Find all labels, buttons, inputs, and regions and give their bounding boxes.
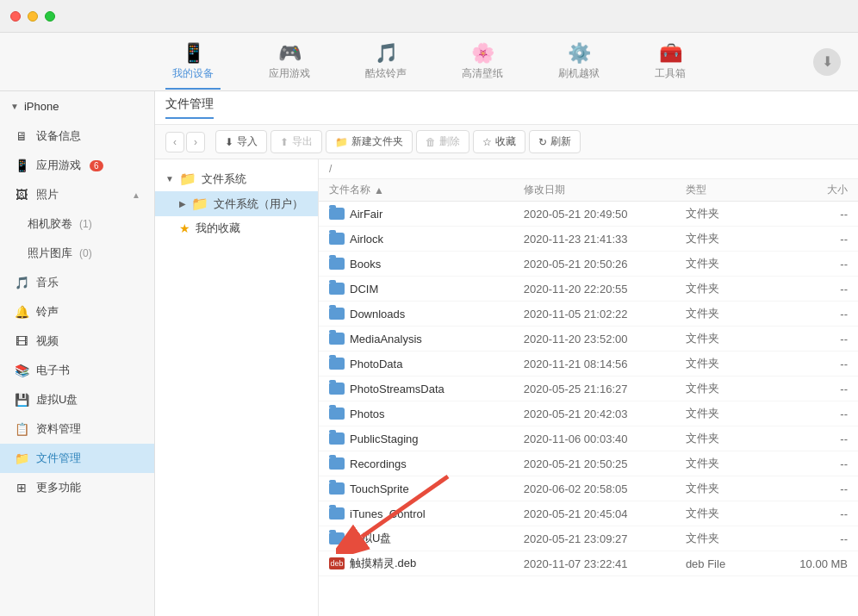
file-type-cell: 文件夹 bbox=[686, 456, 783, 471]
table-row[interactable]: MediaAnalysis 2020-11-20 23:52:00 文件夹 -- bbox=[319, 327, 858, 352]
file-name-cell: PublicStaging bbox=[329, 432, 524, 445]
forward-button[interactable]: › bbox=[186, 132, 205, 152]
file-name-text: Photos bbox=[350, 408, 384, 420]
refresh-button[interactable]: ↻ 刷新 bbox=[529, 130, 581, 153]
delete-icon: 🗑 bbox=[426, 136, 436, 148]
nav-arrows: ‹ › bbox=[165, 132, 205, 152]
folder-icon bbox=[329, 507, 345, 520]
sidebar-item-data-mgr[interactable]: 📋 资料管理 bbox=[0, 414, 154, 444]
table-row[interactable]: Downloads 2020-11-05 21:02:22 文件夹 -- bbox=[319, 302, 858, 327]
filesystem-label: 文件系统 bbox=[202, 171, 246, 187]
maximize-button[interactable] bbox=[45, 11, 55, 22]
minimize-button[interactable] bbox=[28, 11, 38, 22]
sidebar-item-photo-library[interactable]: 照片图库 (0) bbox=[0, 239, 154, 268]
close-button[interactable] bbox=[10, 11, 21, 22]
file-type-cell: 文件夹 bbox=[686, 306, 783, 321]
refresh-icon: ↻ bbox=[538, 136, 547, 148]
file-name-text: iTunes_Control bbox=[350, 507, 426, 520]
file-name-text: 虚拟U盘 bbox=[350, 531, 391, 546]
table-row[interactable]: PhotoStreamsData 2020-05-25 21:16:27 文件夹… bbox=[319, 376, 858, 401]
device-header: ▼ iPhone bbox=[0, 91, 154, 121]
sidebar-item-ringtones[interactable]: 🔔 铃声 bbox=[0, 297, 154, 327]
file-name-cell: 虚拟U盘 bbox=[329, 531, 524, 546]
table-row[interactable]: Photos 2020-05-21 20:42:03 文件夹 -- bbox=[319, 401, 858, 426]
sort-icon[interactable]: ▲ bbox=[374, 184, 384, 196]
topnav-items: 📱 我的设备 🎮 应用游戏 🎵 酷炫铃声 🌸 高清壁纸 ⚙️ 刷机越狱 🧰 bbox=[165, 40, 693, 90]
file-size-cell: -- bbox=[783, 358, 848, 370]
favorites-label: 我的收藏 bbox=[196, 221, 240, 236]
topnav-ringtones[interactable]: 🎵 酷炫铃声 bbox=[358, 40, 413, 90]
sidebar-music-label: 音乐 bbox=[36, 275, 59, 290]
file-mgr-tab[interactable]: 文件管理 bbox=[165, 96, 214, 119]
sidebar-item-device-info[interactable]: 🖥 设备信息 bbox=[0, 121, 154, 151]
favorites-button[interactable]: ☆ 收藏 bbox=[473, 130, 525, 153]
favorites-label: 收藏 bbox=[495, 134, 516, 149]
table-row[interactable]: Books 2020-05-21 20:50:26 文件夹 -- bbox=[319, 252, 858, 277]
filesystem-folder-icon: 📁 bbox=[179, 171, 196, 187]
file-size-cell: -- bbox=[783, 408, 848, 420]
file-name-text: 触摸精灵.deb bbox=[350, 556, 416, 571]
deb-icon: deb bbox=[329, 557, 345, 569]
favorites-icon: ☆ bbox=[482, 136, 492, 148]
sidebar-item-file-mgr[interactable]: 📁 文件管理 bbox=[0, 444, 154, 473]
file-name-text: Downloads bbox=[350, 308, 405, 320]
col-name-label: 文件名称 bbox=[329, 183, 370, 197]
refresh-label: 刷新 bbox=[550, 134, 571, 149]
file-date-cell: 2020-11-06 00:03:40 bbox=[524, 432, 686, 445]
file-date-cell: 2020-11-07 23:22:41 bbox=[524, 557, 686, 570]
table-row[interactable]: DCIM 2020-11-20 22:20:55 文件夹 -- bbox=[319, 277, 858, 302]
delete-button[interactable]: 🗑 删除 bbox=[416, 130, 469, 153]
tree-filesystem-user[interactable]: ▶ 📁 文件系统（用户） bbox=[155, 191, 318, 216]
file-name-text: Books bbox=[350, 258, 381, 271]
file-date-cell: 2020-05-25 21:16:27 bbox=[524, 383, 686, 395]
top-navigation: 📱 我的设备 🎮 应用游戏 🎵 酷炫铃声 🌸 高清壁纸 ⚙️ 刷机越狱 🧰 bbox=[0, 33, 858, 91]
tree-filesystem[interactable]: ▼ 📁 文件系统 bbox=[155, 166, 318, 191]
export-button[interactable]: ⬆ 导出 bbox=[270, 130, 322, 153]
sidebar-item-video[interactable]: 🎞 视频 bbox=[0, 327, 154, 356]
table-row[interactable]: AirFair 2020-05-21 20:49:50 文件夹 -- bbox=[319, 202, 858, 227]
table-row[interactable]: PhotoData 2020-11-21 08:14:56 文件夹 -- bbox=[319, 352, 858, 376]
table-row[interactable]: deb 触摸精灵.deb 2020-11-07 23:22:41 deb Fil… bbox=[319, 551, 858, 576]
import-button[interactable]: ⬇ 导入 bbox=[215, 130, 267, 153]
col-date-header: 修改日期 bbox=[524, 183, 686, 197]
folder-icon bbox=[329, 432, 345, 445]
sidebar-item-more[interactable]: ⊞ 更多功能 bbox=[0, 473, 154, 502]
device-expand-arrow[interactable]: ▼ bbox=[10, 102, 19, 111]
sidebar-device-info-label: 设备信息 bbox=[36, 128, 81, 144]
file-type-cell: 文件夹 bbox=[686, 281, 783, 296]
file-name-text: PhotoData bbox=[350, 358, 402, 370]
sidebar-video-label: 视频 bbox=[36, 333, 59, 349]
topnav-mydevice[interactable]: 📱 我的设备 bbox=[165, 40, 221, 90]
topnav-jailbreak[interactable]: ⚙️ 刷机越狱 bbox=[551, 40, 606, 90]
download-button[interactable]: ⬇ bbox=[813, 48, 841, 76]
file-size-cell: -- bbox=[783, 258, 848, 271]
file-name-text: TouchSprite bbox=[350, 482, 409, 495]
tree-favorites[interactable]: ★ 我的收藏 bbox=[155, 216, 318, 240]
new-folder-button[interactable]: 📁 新建文件夹 bbox=[326, 130, 413, 153]
sidebar-item-udisk[interactable]: 💾 虚拟U盘 bbox=[0, 385, 154, 414]
table-row[interactable]: PublicStaging 2020-11-06 00:03:40 文件夹 -- bbox=[319, 426, 858, 451]
file-type-cell: 文件夹 bbox=[686, 506, 783, 521]
sidebar-item-ebook[interactable]: 📚 电子书 bbox=[0, 356, 154, 385]
table-row[interactable]: TouchSprite 2020-06-02 20:58:05 文件夹 -- bbox=[319, 476, 858, 501]
sidebar-item-music[interactable]: 🎵 音乐 bbox=[0, 268, 154, 297]
export-label: 导出 bbox=[292, 134, 313, 149]
table-row[interactable]: 虚拟U盘 2020-05-21 23:09:27 文件夹 -- bbox=[319, 526, 858, 551]
table-row[interactable]: iTunes_Control 2020-05-21 20:45:04 文件夹 -… bbox=[319, 501, 858, 526]
topnav-wallpaper-label: 高清壁纸 bbox=[462, 66, 503, 81]
topnav-apps[interactable]: 🎮 应用游戏 bbox=[262, 40, 317, 90]
table-row[interactable]: Recordings 2020-05-21 20:50:25 文件夹 -- bbox=[319, 451, 858, 476]
folder-icon bbox=[329, 532, 345, 544]
table-row[interactable]: Airlock 2020-11-23 21:41:33 文件夹 -- bbox=[319, 227, 858, 252]
file-name-cell: Books bbox=[329, 258, 524, 271]
back-button[interactable]: ‹ bbox=[165, 132, 184, 152]
sidebar-item-apps[interactable]: 📱 应用游戏 6 bbox=[0, 151, 154, 180]
sidebar-item-photos[interactable]: 🖼 照片 ▲ bbox=[0, 180, 154, 209]
sidebar-item-camera-roll[interactable]: 相机胶卷 (1) bbox=[0, 209, 154, 239]
file-date-cell: 2020-11-21 08:14:56 bbox=[524, 358, 686, 370]
topnav-toolbox[interactable]: 🧰 工具箱 bbox=[648, 40, 693, 90]
more-icon: ⊞ bbox=[14, 481, 29, 495]
topnav-wallpaper[interactable]: 🌸 高清壁纸 bbox=[455, 40, 510, 90]
file-size-cell: -- bbox=[783, 532, 848, 545]
folder-icon bbox=[329, 233, 345, 245]
